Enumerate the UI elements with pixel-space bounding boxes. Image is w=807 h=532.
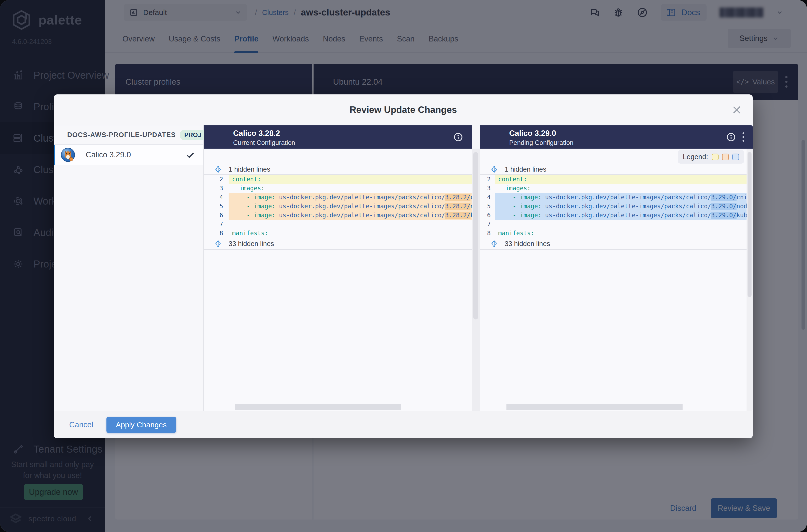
diff-line-2: 2content: <box>480 175 747 184</box>
info-icon[interactable] <box>453 132 463 142</box>
hidden-lines-label: 33 hidden lines <box>505 240 550 248</box>
legend-label: Legend: <box>683 153 708 161</box>
line-code <box>495 220 747 229</box>
horizontal-scrollbar[interactable] <box>506 404 682 410</box>
line-number: 2 <box>480 175 495 184</box>
pending-pack-title: Calico 3.29.0 <box>509 129 556 138</box>
cancel-button[interactable]: Cancel <box>69 420 93 429</box>
line-code: manifests: <box>229 229 472 238</box>
hidden-lines-label: 1 hidden lines <box>505 166 546 173</box>
unfold-icon <box>490 240 498 248</box>
calico-pack-logo-icon <box>61 148 75 162</box>
pack-list-item-calico[interactable]: Calico 3.29.0 <box>54 145 203 165</box>
profile-group-name: DOCS-AWS-PROFILE-UPDATES <box>67 131 176 139</box>
hidden-lines-expander[interactable]: 1 hidden lines <box>480 164 747 175</box>
diff-line-6: 6 - image: us-docker.pkg.dev/palette-ima… <box>480 211 747 220</box>
line-code: content: <box>495 175 747 184</box>
line-code: images: <box>229 184 472 193</box>
hidden-lines-label: 1 hidden lines <box>229 166 270 173</box>
diff-line-8: 8manifests: <box>480 229 747 238</box>
diff-line-5: 5 - image: us-docker.pkg.dev/palette-ima… <box>204 202 472 211</box>
current-pack-subtitle: Current Configuration <box>233 139 295 147</box>
line-code: - image: us-docker.pkg.dev/palette-image… <box>229 193 472 202</box>
diff-spacer <box>204 149 472 164</box>
line-number: 6 <box>480 211 495 220</box>
line-number: 3 <box>204 184 229 193</box>
diff-line-6: 6 - image: us-docker.pkg.dev/palette-ima… <box>204 211 472 220</box>
line-number: 5 <box>480 202 495 211</box>
profile-scope-badge: PROJ <box>180 130 206 140</box>
current-pack-title: Calico 3.28.2 <box>233 129 280 138</box>
line-code <box>229 220 472 229</box>
modal-footer: Cancel Apply Changes <box>54 411 753 438</box>
unfold-icon <box>214 165 222 173</box>
close-icon[interactable] <box>731 104 742 115</box>
horizontal-scrollbar[interactable] <box>236 404 401 410</box>
diff-left-panel: 1 hidden lines 2content:3 images:4 - ima… <box>204 149 472 411</box>
diff-center-scrollbar[interactable] <box>472 149 480 411</box>
unfold-icon <box>214 240 222 248</box>
diff-left-header: Calico 3.28.2 Current Configuration <box>204 126 472 149</box>
diff-line-7: 7 <box>480 220 747 229</box>
diff-line-5: 5 - image: us-docker.pkg.dev/palette-ima… <box>480 202 747 211</box>
line-number: 8 <box>204 229 229 238</box>
unfold-icon <box>490 165 498 173</box>
diff-line-4: 4 - image: us-docker.pkg.dev/palette-ima… <box>480 193 747 202</box>
line-code: - image: us-docker.pkg.dev/palette-image… <box>229 202 472 211</box>
line-number: 2 <box>204 175 229 184</box>
modal-title-bar: Review Update Changes <box>54 94 753 126</box>
legend-swatches <box>712 154 739 160</box>
modal-title: Review Update Changes <box>54 94 753 126</box>
legend-square-modified <box>712 154 718 160</box>
line-code: - image: us-docker.pkg.dev/palette-image… <box>495 193 747 202</box>
line-code: - image: us-docker.pkg.dev/palette-image… <box>495 202 747 211</box>
app-root: palette 4.6.0-241203 Project Overview Pr… <box>0 0 807 532</box>
hidden-lines-expander[interactable]: 33 hidden lines <box>204 238 472 250</box>
apply-changes-button[interactable]: Apply Changes <box>107 417 176 433</box>
diff-right-panel: Legend: 1 hidden lines 2content:3 images… <box>480 149 747 411</box>
diff-kebab-menu-icon[interactable] <box>743 132 744 141</box>
diff-line-8: 8manifests: <box>204 229 472 238</box>
line-number: 5 <box>204 202 229 211</box>
profile-group-row[interactable]: DOCS-AWS-PROFILE-UPDATES PROJ 1.1.0 <box>54 126 203 145</box>
review-update-changes-modal: Review Update Changes DOCS-AWS-PROFILE-U… <box>54 94 753 438</box>
legend-square-added <box>732 154 739 160</box>
diff-right-header: Calico 3.29.0 Pending Configuration <box>480 126 753 149</box>
hidden-lines-expander[interactable]: 1 hidden lines <box>204 164 472 175</box>
line-number: 8 <box>480 229 495 238</box>
line-number: 7 <box>204 220 229 229</box>
line-number: 3 <box>480 184 495 193</box>
check-icon <box>186 150 195 159</box>
line-code: - image: us-docker.pkg.dev/palette-image… <box>229 211 472 220</box>
info-icon[interactable] <box>726 132 736 142</box>
diff-line-4: 4 - image: us-docker.pkg.dev/palette-ima… <box>204 193 472 202</box>
hidden-lines-expander[interactable]: 33 hidden lines <box>480 238 747 250</box>
line-number: 7 <box>480 220 495 229</box>
line-code: - image: us-docker.pkg.dev/palette-image… <box>495 211 747 220</box>
line-number: 4 <box>480 193 495 202</box>
pending-pack-subtitle: Pending Configuration <box>509 139 574 147</box>
diff-right-scrollbar[interactable] <box>747 149 753 411</box>
line-code: content: <box>229 175 472 184</box>
legend-square-removed <box>722 154 729 160</box>
diff-line-3: 3 images: <box>204 184 472 193</box>
diff-line-3: 3 images: <box>480 184 747 193</box>
line-number: 6 <box>204 211 229 220</box>
diff-legend: Legend: <box>678 150 744 164</box>
profile-tree-panel: DOCS-AWS-PROFILE-UPDATES PROJ 1.1.0 Cali… <box>54 126 204 411</box>
line-code: images: <box>495 184 747 193</box>
diff-left-rows: 2content:3 images:4 - image: us-docker.p… <box>204 175 472 238</box>
diff-right-rows: 2content:3 images:4 - image: us-docker.p… <box>480 175 747 238</box>
hidden-lines-label: 33 hidden lines <box>229 240 274 248</box>
line-number: 4 <box>204 193 229 202</box>
line-code: manifests: <box>495 229 747 238</box>
diff-line-2: 2content: <box>204 175 472 184</box>
diff-line-7: 7 <box>204 220 472 229</box>
pack-name: Calico 3.29.0 <box>86 150 186 159</box>
